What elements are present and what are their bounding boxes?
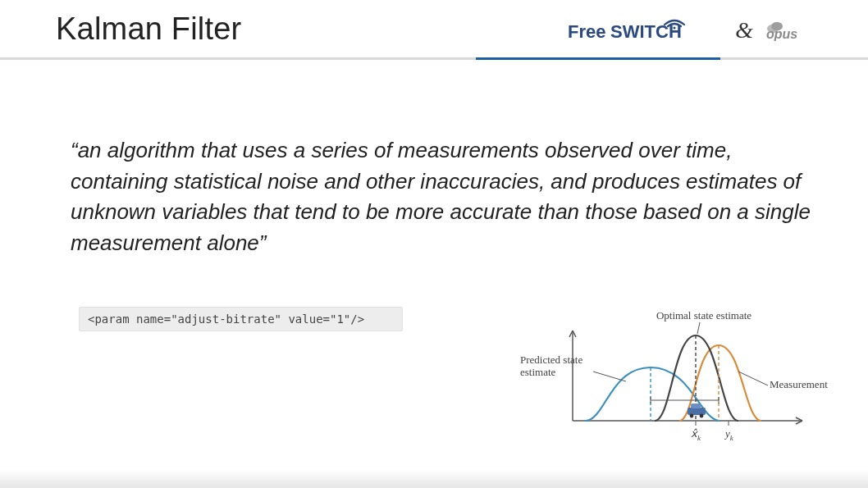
- diagram-label-predicted-l1: Predicted state: [520, 353, 582, 366]
- bottom-shadow: [0, 470, 868, 488]
- svg-line-19: [593, 372, 626, 381]
- svg-text:x̂k: x̂k: [691, 427, 701, 442]
- code-text: <param name="adjust-bitrate" value="1"/>: [88, 312, 364, 326]
- svg-rect-15: [691, 404, 701, 408]
- freeswitch-logo: Free SWITCH: [568, 16, 724, 44]
- diagram-label-optimal: Optimal state estimate: [656, 309, 752, 322]
- svg-point-16: [690, 414, 694, 418]
- diagram-tick-xhat: x̂k: [691, 427, 701, 442]
- svg-text:yk: yk: [724, 427, 734, 442]
- diagram-label-measurement: Measurement: [770, 378, 828, 390]
- slide: Kalman Filter Free SWITCH & opus “an alg…: [0, 0, 868, 488]
- header-divider: [0, 57, 868, 60]
- svg-rect-14: [688, 408, 706, 415]
- page-title: Kalman Filter: [56, 11, 241, 47]
- logo-group: Free SWITCH & opus: [568, 11, 822, 44]
- svg-point-17: [700, 414, 704, 418]
- header-divider-accent: [476, 57, 720, 60]
- opus-logo: opus: [765, 19, 822, 42]
- svg-text:Free: Free: [568, 21, 605, 42]
- svg-text:SWITCH: SWITCH: [610, 21, 682, 42]
- ampersand-text: &: [733, 17, 755, 43]
- code-snippet: <param name="adjust-bitrate" value="1"/>: [79, 307, 403, 331]
- svg-line-18: [697, 322, 700, 334]
- diagram-tick-y: yk: [724, 427, 734, 442]
- diagram-label-predicted-l2: estimate: [520, 366, 556, 378]
- kalman-diagram: Optimal state estimate Predicted state e…: [515, 306, 843, 454]
- header: Kalman Filter Free SWITCH & opus: [0, 0, 868, 47]
- svg-text:opus: opus: [766, 27, 797, 41]
- definition-text: “an algorithm that uses a series of meas…: [71, 135, 811, 259]
